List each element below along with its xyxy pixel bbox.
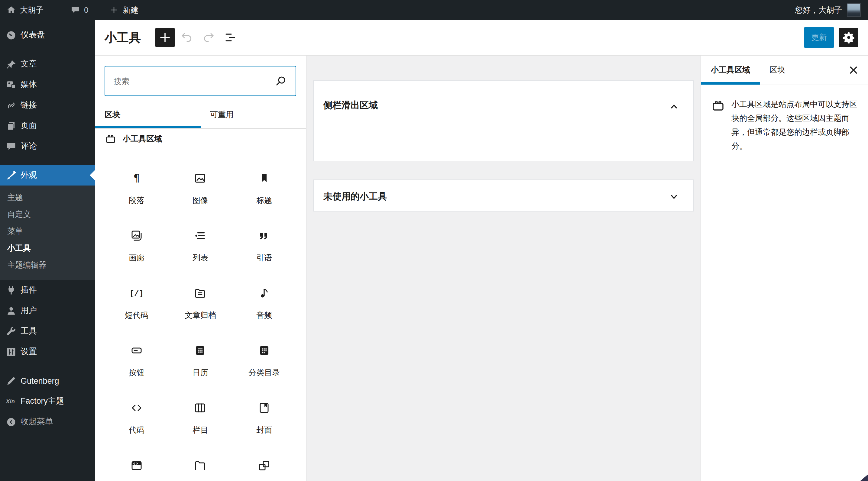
chevron-down-icon[interactable] — [667, 190, 681, 204]
sidebar-item-links[interactable]: 链接 — [0, 95, 95, 116]
editor-header: 小工具 更新 — [95, 20, 868, 56]
widget-area-icon — [711, 98, 725, 113]
block-item-label: 按钮 — [129, 368, 145, 377]
sidebar-item-label: 页面 — [21, 120, 37, 131]
search-box — [104, 66, 296, 96]
list-view-button[interactable] — [221, 28, 240, 47]
block-inserter-panel: 区块 可重用 小工具区域 ¶段落图像标题画廊列表引语[/]短代码文章归档音频按钮… — [95, 56, 306, 481]
admin-menu: 仪表盘文章媒体链接页面评论外观主题自定义菜单小工具主题编辑器插件用户工具设置Gu… — [0, 20, 95, 481]
block-item-button[interactable]: 按钮 — [104, 339, 168, 396]
close-button[interactable] — [844, 60, 863, 80]
block-item-cover[interactable]: 封面 — [232, 396, 296, 453]
widget-area-panel-inactive[interactable]: 未使用的小工具 — [313, 180, 694, 212]
admin-bar-site-menu[interactable]: 大胡子 — [0, 0, 50, 20]
block-item-gallery[interactable]: 画廊 — [104, 224, 168, 281]
sidebar-item-comments[interactable]: 评论 — [0, 136, 95, 157]
sliders-icon — [0, 346, 21, 358]
sidebar-item-media[interactable]: 媒体 — [0, 74, 95, 95]
submenu-item-customize[interactable]: 自定义 — [0, 206, 95, 223]
sidebar-item-label: 文章 — [21, 59, 37, 69]
block-item-archives[interactable]: 文章归档 — [168, 281, 232, 339]
block-item-categories[interactable]: 分类目录 — [232, 339, 296, 396]
undo-icon — [180, 30, 194, 45]
widget-area-description: 小工具区域是站点布局中可以支持区块的全局部分。这些区域因主题而异，但通常都是您的… — [732, 97, 858, 153]
block-item-custom-html[interactable] — [104, 453, 168, 481]
sidebar-item-posts[interactable]: 文章 — [0, 54, 95, 74]
new-label: 新建 — [123, 4, 138, 15]
block-item-label: 段落 — [129, 196, 145, 204]
block-item-label: 图像 — [192, 196, 208, 204]
sidebar-item-tools[interactable]: 工具 — [0, 321, 95, 342]
add-block-button[interactable] — [155, 28, 175, 47]
sidebar-item-appearance[interactable]: 外观 — [0, 165, 95, 186]
settings-body: 小工具区域是站点布局中可以支持区块的全局部分。这些区域因主题而异，但通常都是您的… — [701, 85, 868, 153]
block-item-label: 日历 — [192, 368, 208, 377]
folder-lines-icon — [193, 286, 208, 300]
tab-block[interactable]: 区块 — [760, 56, 795, 85]
sidebar-item-dashboard[interactable]: 仪表盘 — [0, 25, 95, 45]
block-item-group[interactable] — [232, 453, 296, 481]
sidebar-item-label: 插件 — [21, 285, 37, 295]
group-icon — [257, 458, 271, 473]
brush-icon — [0, 169, 21, 181]
widget-area-icon — [104, 133, 117, 145]
user-icon — [0, 304, 21, 317]
chevron-up-icon[interactable] — [667, 99, 681, 114]
corner-artifact — [860, 474, 868, 481]
update-button[interactable]: 更新 — [804, 27, 834, 48]
site-name: 大胡子 — [20, 4, 43, 15]
tab-reusable[interactable]: 可重用 — [200, 101, 306, 128]
block-item-columns[interactable]: 栏目 — [168, 396, 232, 453]
block-item-label: 画廊 — [129, 254, 145, 262]
block-item-file[interactable] — [168, 453, 232, 481]
block-item-code[interactable]: 代码 — [104, 396, 168, 453]
sidebar-item-label: 媒体 — [21, 79, 37, 90]
wordpress-widgets-editor: 大胡子 0 新建 您好，大胡子 仪表盘文章媒体链接页面评论外观主题自定义菜单小工… — [0, 0, 868, 481]
block-item-audio[interactable]: 音频 — [232, 281, 296, 339]
block-item-label: 文章归档 — [185, 311, 216, 319]
widget-area-panel-sidebar[interactable]: 侧栏滑出区域 — [313, 81, 694, 161]
sidebar-item-label: 链接 — [21, 100, 37, 110]
pages-icon — [0, 120, 21, 132]
submenu-item-theme-editor[interactable]: 主题编辑器 — [0, 257, 95, 274]
pushpin-icon — [0, 58, 21, 70]
redo-icon — [201, 30, 216, 45]
page-title: 小工具 — [104, 29, 141, 45]
block-item-list[interactable]: 列表 — [168, 224, 232, 281]
howdy-text: 您好，大胡子 — [795, 4, 842, 15]
sidebar-item-settings[interactable]: 设置 — [0, 342, 95, 362]
sidebar-item-label: 用户 — [21, 305, 37, 316]
search-input[interactable] — [105, 76, 274, 86]
tab-blocks[interactable]: 区块 — [95, 101, 200, 128]
undo-button[interactable] — [177, 28, 196, 47]
header-right: 更新 — [804, 20, 858, 55]
sidebar-item-plugins[interactable]: 插件 — [0, 280, 95, 300]
tab-widget-areas[interactable]: 小工具区域 — [701, 56, 760, 85]
sidebar-item-gutenberg[interactable]: Gutenberg — [0, 371, 95, 391]
admin-bar-account[interactable]: 您好，大胡子 — [793, 0, 863, 20]
quote-icon — [257, 228, 271, 243]
sidebar-item-pages[interactable]: 页面 — [0, 116, 95, 136]
block-item-paragraph[interactable]: ¶段落 — [104, 166, 168, 224]
plus-icon — [158, 30, 172, 45]
sidebar-item-users[interactable]: 用户 — [0, 300, 95, 321]
wrench-icon — [0, 325, 21, 337]
settings-tabs: 小工具区域 区块 — [701, 56, 868, 85]
settings-button[interactable] — [839, 28, 858, 47]
block-item-quote[interactable]: 引语 — [232, 224, 296, 281]
admin-bar-comments[interactable]: 0 — [64, 0, 94, 20]
list-view-icon — [223, 30, 238, 45]
sidebar-item-collapse[interactable]: 收起菜单 — [0, 412, 95, 432]
admin-bar-new[interactable]: 新建 — [103, 0, 145, 20]
submenu-item-themes[interactable]: 主题 — [0, 189, 95, 206]
button-icon — [129, 343, 144, 358]
svg-text:Xin: Xin — [5, 398, 15, 404]
submenu-item-menus[interactable]: 菜单 — [0, 223, 95, 240]
block-item-calendar[interactable]: 日历 — [168, 339, 232, 396]
block-item-heading[interactable]: 标题 — [232, 166, 296, 224]
sidebar-item-xin-factory[interactable]: XinFactory主题 — [0, 391, 95, 412]
block-item-image[interactable]: 图像 — [168, 166, 232, 224]
block-item-shortcode[interactable]: [/]短代码 — [104, 281, 168, 339]
redo-button[interactable] — [199, 28, 218, 47]
submenu-item-widgets[interactable]: 小工具 — [0, 240, 95, 257]
